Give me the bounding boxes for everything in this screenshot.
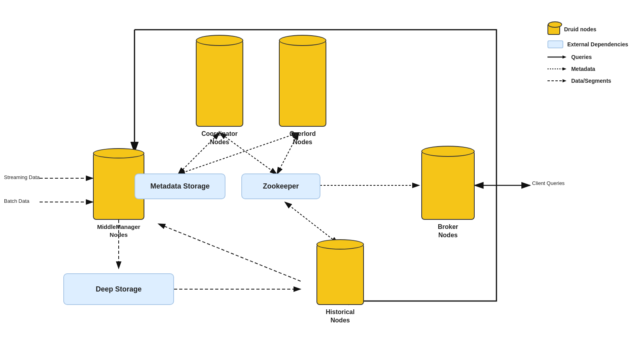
legend-druid-nodes: Druid nodes (547, 24, 628, 35)
legend-ext-dep: External Dependencies (547, 40, 628, 48)
legend-metadata: Metadata (547, 66, 628, 72)
svg-marker-23 (563, 79, 566, 82)
legend-queries: Queries (547, 54, 628, 60)
coordinator-nodes: Coordinator Nodes (194, 40, 245, 147)
streaming-data-label: Streaming Data (4, 174, 40, 180)
diagram: Coordinator Nodes Overlord Nodes MiddleM… (0, 0, 644, 343)
legend-queries-label: Queries (571, 54, 592, 60)
svg-marker-21 (563, 67, 566, 71)
legend-metadata-icon (547, 66, 567, 72)
broker-nodes: Broker Nodes (419, 151, 477, 240)
legend-queries-icon (547, 54, 567, 60)
batch-data-label: Batch Data (4, 198, 29, 204)
svg-marker-19 (563, 55, 566, 59)
legend-ext-icon (547, 40, 563, 48)
client-queries-label: Client Queries (532, 180, 564, 186)
zookeeper: Zookeeper (241, 173, 320, 199)
svg-line-13 (285, 202, 338, 244)
legend-metadata-label: Metadata (571, 66, 595, 72)
legend-data-segments-icon (547, 78, 567, 84)
deep-storage: Deep Storage (63, 273, 174, 305)
legend-data-segments: Data/Segments (547, 78, 628, 84)
legend-data-segments-label: Data/Segments (571, 78, 611, 84)
svg-line-14 (158, 224, 301, 281)
legend-druid-icon (547, 24, 560, 35)
legend: Druid nodes External Dependencies Querie… (547, 24, 628, 84)
legend-ext-label: External Dependencies (567, 41, 628, 48)
overlord-nodes: Overlord Nodes (277, 40, 328, 147)
legend-druid-label: Druid nodes (564, 26, 597, 32)
historical-nodes: Historical Nodes (314, 244, 366, 325)
metadata-storage: Metadata Storage (134, 173, 225, 199)
